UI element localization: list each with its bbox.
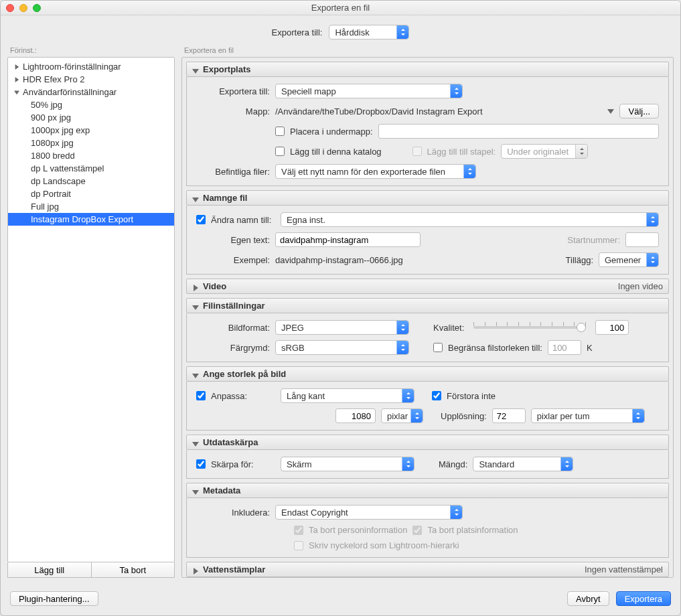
- section-watermark-header[interactable]: Vattenstämplar Ingen vattenstämpel: [186, 562, 669, 577]
- noenlarge-checkbox[interactable]: [432, 391, 441, 400]
- chevron-down-icon: [192, 195, 199, 202]
- preset-item[interactable]: 50% jpg: [8, 98, 174, 111]
- add-preset-button[interactable]: Lägg till: [8, 562, 92, 577]
- existing-files-select[interactable]: Välj ett nytt namn för den exporterade f…: [275, 164, 476, 179]
- chevron-updown-icon: [646, 253, 658, 266]
- dimension-input[interactable]: [335, 408, 376, 423]
- section-sharpen-header[interactable]: Utdataskärpa: [186, 435, 669, 450]
- section-metadata-header[interactable]: Metadata: [186, 483, 669, 498]
- sharpen-label: Skärpa för:: [211, 459, 275, 469]
- video-summary: Ingen video: [618, 281, 663, 291]
- chevron-down-icon: [192, 439, 199, 446]
- presets-tree[interactable]: Lightroom-förinställningarHDR Efex Pro 2…: [7, 57, 175, 562]
- amount-select[interactable]: Standard: [473, 457, 573, 471]
- stack-select: Under originalet: [501, 144, 588, 159]
- section-filesettings-header[interactable]: Filinställningar: [186, 298, 669, 313]
- limitsize-checkbox[interactable]: [433, 343, 443, 352]
- chevron-updown-icon: [575, 145, 587, 158]
- sharpen-select[interactable]: Skärm: [281, 457, 414, 471]
- preset-item[interactable]: 1080px jpg: [8, 137, 174, 149]
- dimension-unit-select[interactable]: pixlar: [381, 408, 423, 423]
- limitsize-unit: K: [587, 343, 593, 353]
- preset-item[interactable]: dp Portrait: [8, 187, 174, 200]
- exportplats-to-select[interactable]: Speciell mapp: [275, 84, 463, 98]
- fit-select[interactable]: Lång kant: [281, 388, 414, 403]
- remove-preset-button[interactable]: Ta bort: [92, 562, 175, 577]
- keywords-label: Skriv nyckelord som Lightroom-hierarki: [309, 540, 459, 550]
- extension-select[interactable]: Gemener: [599, 252, 659, 267]
- titlebar: Exportera en fil: [1, 1, 680, 15]
- resolution-input[interactable]: [492, 408, 526, 423]
- resolution-label: Upplösning:: [441, 411, 487, 421]
- noenlarge-label: Förstora inte: [447, 391, 496, 401]
- include-select[interactable]: Endast Copyright: [275, 505, 463, 520]
- preset-item[interactable]: dp L vattenstämpel: [8, 162, 174, 175]
- subfolder-checkbox[interactable]: [275, 127, 285, 136]
- extension-label: Tillägg:: [566, 255, 593, 265]
- plugin-manager-button[interactable]: Plugin-hantering...: [10, 591, 98, 606]
- minimize-icon[interactable]: [19, 4, 27, 12]
- chevron-down-icon: [192, 303, 199, 309]
- preset-item[interactable]: 900 px jpg: [8, 111, 174, 124]
- chevron-updown-icon: [450, 506, 462, 519]
- preset-group-label: Användarförinställningar: [23, 87, 117, 97]
- preset-group-label: Lightroom-förinställningar: [23, 62, 121, 72]
- amount-label: Mängd:: [439, 459, 467, 469]
- remove-location-label: Ta bort platsinformation: [427, 525, 518, 535]
- section-resize-header[interactable]: Ange storlek på bild: [186, 366, 669, 382]
- preset-item[interactable]: dp Landscape: [8, 175, 174, 187]
- colorspace-select[interactable]: sRGB: [275, 340, 409, 355]
- maximize-icon[interactable]: [33, 4, 41, 12]
- startnum-label: Startnummer:: [567, 235, 620, 245]
- preset-group[interactable]: Lightroom-förinställningar: [8, 60, 174, 73]
- limitsize-label: Begränsa filstorleken till:: [448, 343, 542, 353]
- subfolder-input[interactable]: [378, 124, 659, 139]
- addstack-checkbox: [412, 147, 422, 156]
- rename-select[interactable]: Egna inst.: [281, 212, 659, 227]
- preset-group[interactable]: Användarförinställningar: [8, 86, 174, 98]
- chevron-down-icon[interactable]: [607, 106, 614, 117]
- preset-item[interactable]: 1000px jpg exp: [8, 124, 174, 137]
- custom-text-label: Egen text:: [196, 235, 270, 245]
- section-exportplats-header[interactable]: Exportplats: [186, 62, 669, 77]
- addcatalog-checkbox[interactable]: [275, 147, 285, 156]
- example-label: Exempel:: [196, 255, 270, 265]
- preset-group[interactable]: HDR Efex Pro 2: [8, 73, 174, 86]
- quality-input[interactable]: [595, 320, 629, 335]
- choose-folder-button[interactable]: Välj...: [619, 104, 659, 119]
- export-to-select[interactable]: Hårddisk: [329, 25, 409, 40]
- sharpen-checkbox[interactable]: [196, 459, 206, 469]
- rename-checkbox[interactable]: [196, 215, 206, 224]
- format-select[interactable]: JPEG: [275, 320, 409, 335]
- fit-checkbox[interactable]: [196, 391, 206, 400]
- addstack-label: Lägg till till stapel:: [427, 147, 496, 157]
- chevron-updown-icon: [632, 409, 644, 422]
- custom-text-input[interactable]: [275, 232, 421, 247]
- preset-group-label: HDR Efex Pro 2: [23, 74, 84, 84]
- remove-location-checkbox: [412, 526, 422, 535]
- addcatalog-label: Lägg till i denna katalog: [290, 147, 382, 157]
- quality-label: Kvalitet:: [433, 323, 464, 333]
- quality-slider[interactable]: [469, 326, 590, 329]
- chevron-right-icon: [13, 76, 20, 83]
- remove-person-checkbox: [294, 526, 303, 535]
- window-title: Exportera en fil: [311, 3, 370, 13]
- export-to-label: Exportera till:: [272, 27, 323, 37]
- section-video-header[interactable]: Video Ingen video: [186, 279, 669, 294]
- preset-item[interactable]: Instagram DropBox Export: [8, 213, 174, 226]
- resolution-unit-select[interactable]: pixlar per tum: [531, 408, 645, 423]
- export-button[interactable]: Exportera: [616, 591, 671, 606]
- cancel-button[interactable]: Avbryt: [567, 591, 609, 606]
- preset-item[interactable]: 1800 bredd: [8, 149, 174, 162]
- section-naming-header[interactable]: Namnge fil: [186, 190, 669, 206]
- chevron-right-icon: [192, 566, 199, 573]
- close-icon[interactable]: [6, 4, 14, 12]
- preset-item[interactable]: Full jpg: [8, 200, 174, 213]
- limitsize-input: [548, 340, 581, 355]
- chevron-down-icon: [13, 89, 20, 96]
- chevron-down-icon: [192, 371, 199, 378]
- chevron-down-icon: [192, 66, 199, 73]
- subfolder-label: Placera i undermapp:: [290, 127, 373, 137]
- chevron-updown-icon: [396, 25, 408, 39]
- folder-label: Mapp:: [196, 106, 270, 117]
